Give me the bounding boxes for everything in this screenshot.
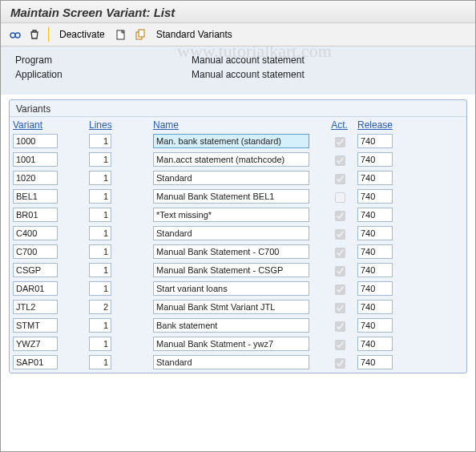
act-checkbox[interactable]	[335, 229, 345, 240]
release-cell[interactable]: 740	[357, 281, 393, 296]
table-row: DAR011Start variant loans740	[10, 280, 466, 299]
lines-cell[interactable]: 1	[89, 189, 111, 204]
variant-cell[interactable]: 1000	[13, 134, 58, 148]
name-cell[interactable]: Manual Bank Statment - ywz7	[153, 337, 309, 351]
act-checkbox[interactable]	[335, 192, 345, 203]
lines-cell[interactable]: 1	[89, 263, 111, 277]
act-checkbox[interactable]	[335, 285, 345, 295]
name-cell[interactable]: Standard	[153, 226, 309, 240]
svg-point-0	[10, 33, 15, 38]
program-label: Program	[15, 54, 192, 66]
table-row: STMT1Bank statement740	[10, 317, 466, 336]
release-cell[interactable]: 740	[357, 152, 393, 167]
name-cell[interactable]: Man. bank statement (standard)	[153, 134, 309, 148]
variant-cell[interactable]: STMT	[13, 318, 58, 333]
grid-header: Variant Lines Name Act. Release	[10, 117, 466, 133]
lines-cell[interactable]: 1	[89, 355, 111, 369]
standard-variants-button[interactable]: Standard Variants	[151, 27, 237, 42]
variant-cell[interactable]: 1020	[13, 171, 58, 185]
act-checkbox[interactable]	[335, 137, 345, 147]
lines-cell[interactable]: 1	[89, 208, 111, 222]
variant-cell[interactable]: C700	[13, 244, 58, 259]
lines-cell[interactable]: 1	[89, 226, 111, 240]
table-row: CSGP1Manual Bank Statement - CSGP740	[10, 262, 466, 280]
lines-cell[interactable]: 2	[89, 300, 111, 314]
application-value: Manual account statement	[192, 69, 461, 80]
table-row: C4001Standard740	[10, 225, 466, 244]
deactivate-button[interactable]: Deactivate	[54, 27, 110, 42]
name-cell[interactable]: Manual Bank Statement BEL1	[153, 189, 309, 204]
panel-title: Variants	[10, 100, 466, 116]
name-cell[interactable]: Start variant loans	[153, 281, 309, 296]
name-cell[interactable]: Man.acct statement (matchcode)	[153, 152, 309, 167]
release-cell[interactable]: 740	[357, 189, 393, 204]
lines-cell[interactable]: 1	[89, 134, 111, 148]
lines-cell[interactable]: 1	[89, 337, 111, 351]
table-row: 10001Man. bank statement (standard)740	[10, 133, 466, 151]
release-cell[interactable]: 740	[357, 134, 393, 148]
act-checkbox[interactable]	[335, 211, 345, 221]
table-row: BEL11Manual Bank Statement BEL1740	[10, 188, 466, 207]
variant-cell[interactable]: DAR01	[13, 281, 58, 296]
release-cell[interactable]: 740	[357, 318, 393, 333]
lines-cell[interactable]: 1	[89, 281, 111, 296]
variant-cell[interactable]: BEL1	[13, 189, 58, 204]
variant-cell[interactable]: JTL2	[13, 300, 58, 314]
page-title: Maintain Screen Variant: List	[10, 6, 466, 19]
table-row: BR011*Text missing*740	[10, 207, 466, 225]
header: Maintain Screen Variant: List	[1, 1, 475, 23]
toolbar-separator	[48, 27, 49, 42]
svg-point-1	[15, 33, 20, 38]
name-cell[interactable]: *Text missing*	[153, 208, 309, 222]
variant-cell[interactable]: BR01	[13, 208, 58, 222]
header-release[interactable]: Release	[357, 119, 393, 131]
name-cell[interactable]: Standard	[153, 355, 309, 369]
release-cell[interactable]: 740	[357, 226, 393, 240]
act-checkbox[interactable]	[335, 248, 345, 258]
act-checkbox[interactable]	[335, 266, 345, 276]
release-cell[interactable]: 740	[357, 263, 393, 277]
name-cell[interactable]: Manual Bank Stmt Variant JTL	[153, 300, 309, 314]
header-variant[interactable]: Variant	[13, 119, 42, 131]
header-lines[interactable]: Lines	[89, 119, 112, 131]
name-cell[interactable]: Manual Bank Statement - C700	[153, 244, 309, 259]
glasses-icon[interactable]	[7, 26, 23, 42]
release-cell[interactable]: 740	[357, 171, 393, 185]
lines-cell[interactable]: 1	[89, 244, 111, 259]
info-area: Program Manual account statement Applica…	[1, 46, 475, 95]
release-cell[interactable]: 740	[357, 208, 393, 222]
variant-cell[interactable]: CSGP	[13, 263, 58, 277]
name-cell[interactable]: Standard	[153, 171, 309, 185]
lines-cell[interactable]: 1	[89, 171, 111, 185]
lines-cell[interactable]: 1	[89, 318, 111, 333]
release-cell[interactable]: 740	[357, 300, 393, 314]
svg-rect-4	[139, 30, 144, 37]
copy-icon[interactable]	[132, 26, 148, 42]
act-checkbox[interactable]	[335, 340, 345, 350]
act-checkbox[interactable]	[335, 321, 345, 332]
name-cell[interactable]: Bank statement	[153, 318, 309, 333]
release-cell[interactable]: 740	[357, 337, 393, 351]
program-value: Manual account statement	[192, 54, 461, 66]
act-checkbox[interactable]	[335, 358, 345, 369]
table-row: SAP011Standard740	[10, 354, 466, 373]
header-act[interactable]: Act.	[331, 119, 348, 131]
variant-cell[interactable]: C400	[13, 226, 58, 240]
header-name[interactable]: Name	[153, 119, 179, 131]
act-checkbox[interactable]	[335, 155, 345, 166]
table-row: C7001Manual Bank Statement - C700740	[10, 244, 466, 262]
name-cell[interactable]: Manual Bank Statement - CSGP	[153, 263, 309, 277]
variant-cell[interactable]: YWZ7	[13, 337, 58, 351]
lines-cell[interactable]: 1	[89, 152, 111, 167]
variant-cell[interactable]: 1001	[13, 152, 58, 167]
act-checkbox[interactable]	[335, 174, 345, 184]
application-label: Application	[15, 69, 192, 80]
new-icon[interactable]	[113, 26, 129, 42]
variants-grid: Variant Lines Name Act. Release 10001Man…	[10, 116, 466, 373]
table-row: 10011Man.acct statement (matchcode)740	[10, 151, 466, 170]
variant-cell[interactable]: SAP01	[13, 355, 58, 369]
trash-icon[interactable]	[26, 26, 42, 42]
act-checkbox[interactable]	[335, 303, 345, 313]
release-cell[interactable]: 740	[357, 244, 393, 259]
release-cell[interactable]: 740	[357, 355, 393, 369]
